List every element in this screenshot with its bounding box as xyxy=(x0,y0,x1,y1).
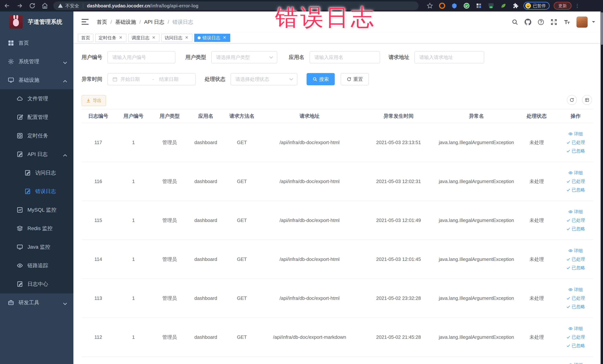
check-icon xyxy=(566,188,570,192)
github-icon[interactable] xyxy=(525,19,531,25)
browser-menu-icon[interactable]: ⋮ xyxy=(575,3,580,9)
exception-time-range[interactable]: - xyxy=(107,73,196,85)
back-icon[interactable] xyxy=(4,2,10,9)
sidebar-item-config-management[interactable]: 配置管理 xyxy=(0,108,73,127)
cell: 管理员 xyxy=(152,162,187,201)
tab-定时任务[interactable]: 定时任务✕ xyxy=(95,34,127,42)
user-id-field[interactable] xyxy=(107,51,175,63)
sidebar-item-scheduled-jobs[interactable]: 定时任务 xyxy=(0,127,73,145)
cell: 管理员 xyxy=(152,279,187,317)
detail-link[interactable]: 详细 xyxy=(568,326,583,331)
search-button[interactable]: 搜索 xyxy=(307,73,335,85)
cell: java.lang.IllegalArgumentException xyxy=(438,318,515,356)
tab-访问日志[interactable]: 访问日志✕ xyxy=(161,34,192,42)
logo-row[interactable]: 芋道管理系统 xyxy=(0,12,73,32)
reset-button[interactable]: 重置 xyxy=(341,73,369,85)
sidebar-item-log-center[interactable]: 日志中心 xyxy=(0,275,73,293)
processed-link[interactable]: 已处理 xyxy=(566,217,585,223)
caret-down-icon[interactable] xyxy=(592,20,595,24)
column-settings-button[interactable] xyxy=(582,95,592,105)
detail-link[interactable]: 详细 xyxy=(568,209,583,215)
sidebar-item-home[interactable]: 首页 xyxy=(0,34,73,52)
extension-green-icon[interactable] xyxy=(464,3,470,9)
sidebar-item-error-log[interactable]: 错误日志 xyxy=(0,182,73,201)
search-icon[interactable] xyxy=(512,19,518,25)
scrollbar-thumb[interactable] xyxy=(601,12,603,45)
forward-icon[interactable] xyxy=(16,2,23,9)
sidebar-item-api-log[interactable]: API 日志 xyxy=(0,145,73,164)
monitor-icon xyxy=(8,77,14,83)
avatar[interactable] xyxy=(577,16,588,28)
refresh-button[interactable] xyxy=(567,95,577,105)
detail-link[interactable]: 详细 xyxy=(568,131,583,137)
ignored-link[interactable]: 已忽略 xyxy=(566,187,585,193)
export-button[interactable]: 导出 xyxy=(81,95,106,106)
close-icon[interactable]: ✕ xyxy=(118,35,123,40)
extension-leaf-icon[interactable] xyxy=(500,3,506,9)
hamburger-icon[interactable] xyxy=(81,19,89,25)
extension-blue-icon[interactable] xyxy=(451,3,457,9)
processed-link[interactable]: 已处理 xyxy=(566,140,585,145)
content: 用户编号 用户类型 应用名 请求地址 异常时间 - 处理状态 xyxy=(73,43,601,364)
cell: 112 xyxy=(81,318,115,356)
home-icon[interactable] xyxy=(42,2,48,9)
actions-cell: 详细已处理已忽略 xyxy=(558,318,593,356)
request-url-field[interactable] xyxy=(415,51,484,63)
sidebar-item-dev-tools[interactable]: 研发工具 xyxy=(0,293,73,312)
cell: GET xyxy=(224,240,259,279)
processed-link[interactable]: 已处理 xyxy=(566,256,585,262)
cell: 管理员 xyxy=(152,201,187,240)
close-icon[interactable]: ✕ xyxy=(222,35,227,40)
breadcrumb-home[interactable]: 首页 xyxy=(97,19,107,26)
sidebar-item-file-management[interactable]: 文件管理 xyxy=(0,89,73,108)
emoji-avatar xyxy=(525,3,531,9)
ignored-link[interactable]: 已忽略 xyxy=(566,265,585,271)
sidebar-item-access-log[interactable]: 访问日志 xyxy=(0,164,73,182)
sidebar-item-java-monitor[interactable]: Java 监控 xyxy=(0,238,73,256)
extension-on-badge-icon[interactable]: on xyxy=(488,3,494,9)
ignored-link[interactable]: 已忽略 xyxy=(566,343,585,349)
fullscreen-icon[interactable] xyxy=(551,19,557,25)
actions-cell: 详细已处理已忽略 xyxy=(558,123,593,162)
processed-link[interactable]: 已处理 xyxy=(566,334,585,340)
chevron-down-icon xyxy=(289,77,293,81)
tab-调度日志[interactable]: 调度日志✕ xyxy=(128,34,159,42)
detail-link[interactable]: 详细 xyxy=(568,287,583,293)
sidebar-item-mysql-monitor[interactable]: MySQL 监控 xyxy=(0,201,73,219)
close-icon[interactable]: ✕ xyxy=(184,35,189,40)
paused-badge[interactable]: 已暂停 xyxy=(523,2,550,10)
extension-grid-icon[interactable] xyxy=(476,3,482,9)
extension-orange-icon[interactable] xyxy=(439,3,445,9)
ignored-link[interactable]: 已忽略 xyxy=(566,226,585,232)
page-scrollbar[interactable] xyxy=(601,12,603,364)
process-status-select[interactable] xyxy=(231,73,297,85)
font-size-icon[interactable] xyxy=(564,19,570,25)
breadcrumb-infra[interactable]: 基础设施 xyxy=(115,19,136,26)
update-button[interactable]: 更新 xyxy=(554,2,571,10)
tab-label: 定时任务 xyxy=(99,35,116,41)
cell: 管理员 xyxy=(152,240,187,279)
table-row-partial: 详细 xyxy=(81,357,593,364)
detail-link[interactable]: 详细 xyxy=(568,248,583,254)
ignored-link[interactable]: 已忽略 xyxy=(566,304,585,310)
tab-错误日志[interactable]: 错误日志✕ xyxy=(194,34,230,42)
detail-link[interactable]: 详细 xyxy=(568,362,583,364)
help-icon[interactable] xyxy=(538,19,544,25)
detail-link[interactable]: 详细 xyxy=(568,170,583,176)
breadcrumb-api-log[interactable]: API 日志 xyxy=(144,19,164,26)
sidebar-item-trace[interactable]: 链路追踪 xyxy=(0,256,73,275)
reload-icon[interactable] xyxy=(29,2,35,9)
sidebar-item-system-management[interactable]: 系统管理 xyxy=(0,52,73,71)
processed-link[interactable]: 已处理 xyxy=(566,178,585,184)
bookmark-star-icon[interactable] xyxy=(427,3,433,9)
tab-首页[interactable]: 首页 xyxy=(78,34,93,42)
app-name-field[interactable] xyxy=(310,51,380,63)
user-type-select[interactable] xyxy=(211,51,277,63)
sidebar-item-redis-monitor[interactable]: Redis 监控 xyxy=(0,219,73,238)
processed-link[interactable]: 已处理 xyxy=(566,295,585,301)
security-label[interactable]: 不安全 xyxy=(65,3,79,9)
extensions-puzzle-icon[interactable] xyxy=(512,3,519,9)
close-icon[interactable]: ✕ xyxy=(151,35,156,40)
ignored-link[interactable]: 已忽略 xyxy=(566,148,585,154)
sidebar-item-infrastructure[interactable]: 基础设施 xyxy=(0,71,73,89)
